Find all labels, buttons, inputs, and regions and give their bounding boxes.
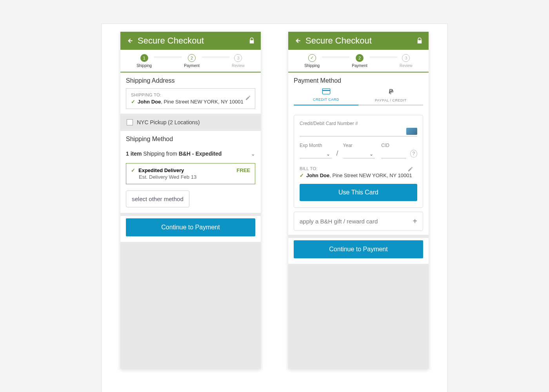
slash-divider: / (334, 149, 341, 158)
shipping-summary-row[interactable]: 1 item Shipping from B&H - Expedited ⌄ (120, 147, 261, 161)
exp-month-label: Exp Month (300, 143, 332, 148)
step-review: 3 Review (229, 54, 247, 68)
step-label: Payment (184, 64, 199, 68)
section-title: Payment Method (288, 73, 429, 88)
step-number-icon: 3 (234, 54, 242, 62)
shipping-from-text: Shipping from (142, 151, 178, 157)
continue-section: Continue to Payment (120, 216, 261, 242)
exp-year-label: Year (343, 143, 375, 148)
canvas: Secure Checkout 1 Shipping 2 Payment 3 R… (101, 24, 448, 392)
step-label: Shipping (136, 64, 152, 68)
shipping-address-line: ✓ John Doe, Pine Street NEW YORK, NY 100… (131, 99, 250, 105)
shipping-address-section: Shipping Address SHIPPING TO: ✓ John Doe… (120, 73, 261, 114)
bill-name: John Doe (306, 172, 329, 178)
svg-rect-1 (322, 90, 330, 91)
section-title: Shipping Method (120, 131, 261, 147)
shipping-option-selected[interactable]: ✓ Expedited Delivery FREE Est. Delivery … (126, 163, 255, 184)
card-number-input[interactable] (300, 126, 417, 136)
cid-help-icon[interactable]: ? (410, 150, 417, 158)
tab-label: PAYPAL / CREDIT (375, 98, 407, 102)
card-number-label: Credit/Debit Card Number # (300, 121, 417, 126)
bill-to-address-line: ✓ John Doe, Pine Street NEW YORK, NY 100… (300, 172, 417, 178)
step-number-icon: 3 (402, 54, 410, 62)
credit-card-icon (322, 88, 331, 96)
step-connector (367, 57, 402, 57)
lock-icon (416, 37, 423, 44)
shipping-option-price: FREE (236, 167, 250, 173)
progress-steps: ✓ Shipping 2 Payment 3 Review (288, 50, 429, 73)
card-brand-icon (406, 128, 417, 135)
use-this-card-button[interactable]: Use This Card (300, 184, 417, 201)
gift-card-label: apply a B&H gift / reward card (300, 218, 378, 225)
divider (120, 213, 261, 216)
step-number-icon: 2 (188, 54, 196, 62)
nyc-pickup-option[interactable]: NYC Pickup (2 Locations) (120, 114, 261, 131)
step-label: Review (400, 64, 413, 68)
credit-card-form: Credit/Debit Card Number # Exp Month ⌄ /… (294, 115, 423, 208)
header-title: Secure Checkout (138, 36, 248, 46)
shipping-option-estimate: Est. Delivery Wed Feb 13 (139, 174, 250, 180)
step-number-icon: 1 (140, 54, 148, 62)
item-count: 1 item (126, 151, 142, 157)
lock-icon (248, 37, 255, 44)
checkout-shipping-screen: Secure Checkout 1 Shipping 2 Payment 3 R… (120, 32, 261, 369)
progress-steps: 1 Shipping 2 Payment 3 Review (120, 50, 261, 73)
svg-rect-0 (322, 89, 330, 94)
app-header: Secure Checkout (288, 32, 429, 50)
payment-method-section: Payment Method CREDIT CARD PAYPAL / CRED… (288, 73, 429, 235)
bill-to-label: BILL TO: (300, 166, 417, 171)
step-shipping[interactable]: 1 Shipping (134, 54, 154, 68)
step-complete-icon: ✓ (308, 54, 316, 62)
cid-label: CID (381, 143, 406, 148)
checkout-payment-screen: Secure Checkout ✓ Shipping 2 Payment 3 R… (288, 32, 429, 369)
edit-address-icon[interactable] (245, 95, 251, 102)
shipping-option-title: Expedited Delivery (138, 167, 184, 173)
step-connector (199, 57, 234, 57)
checkmark-icon: ✓ (131, 99, 135, 105)
recipient-name: John Doe (138, 99, 161, 105)
divider (288, 235, 429, 238)
app-header: Secure Checkout (120, 32, 261, 50)
apply-gift-card-row[interactable]: apply a B&H gift / reward card + (294, 212, 423, 231)
step-payment[interactable]: 2 Payment (349, 54, 369, 68)
tab-paypal[interactable]: PAYPAL / CREDIT (358, 88, 423, 105)
exp-year-select[interactable] (343, 148, 375, 158)
step-label: Review (232, 64, 245, 68)
step-payment[interactable]: 2 Payment (182, 54, 202, 68)
continue-to-payment-button[interactable]: Continue to Payment (126, 218, 255, 236)
carrier-name: B&H - Expedited (179, 151, 222, 157)
checkmark-icon: ✓ (300, 172, 304, 178)
continue-to-payment-button[interactable]: Continue to Payment (294, 240, 423, 258)
step-review: 3 Review (397, 54, 415, 68)
continue-section: Continue to Payment (288, 238, 429, 264)
step-label: Payment (352, 64, 367, 68)
pickup-label: NYC Pickup (2 Locations) (137, 119, 200, 125)
cid-input[interactable] (381, 148, 406, 158)
header-title: Secure Checkout (305, 36, 416, 46)
select-other-method-button[interactable]: select other method (126, 191, 189, 207)
bill-to-card[interactable]: BILL TO: ✓ John Doe, Pine Street NEW YOR… (300, 166, 417, 178)
edit-billing-icon[interactable] (407, 166, 413, 174)
section-title: Shipping Address (120, 73, 261, 88)
bill-address: , Pine Street NEW YORK, NY 10001 (329, 172, 412, 178)
recipient-address: , Pine Street NEW YORK, NY 10001 (161, 99, 244, 105)
tab-label: CREDIT CARD (313, 98, 339, 102)
checkmark-icon: ✓ (131, 167, 135, 173)
shipping-to-label: SHIPPING TO: (131, 93, 250, 97)
back-arrow-icon[interactable] (126, 37, 134, 45)
shipping-address-card[interactable]: SHIPPING TO: ✓ John Doe, Pine Street NEW… (126, 88, 255, 109)
paypal-icon (387, 88, 394, 97)
payment-tabs: CREDIT CARD PAYPAL / CREDIT (294, 88, 423, 105)
tab-credit-card[interactable]: CREDIT CARD (294, 88, 358, 105)
plus-icon: + (413, 217, 417, 226)
shipping-method-section: Shipping Method 1 item Shipping from B&H… (120, 131, 261, 213)
checkbox-icon[interactable] (127, 119, 133, 125)
step-shipping[interactable]: ✓ Shipping (302, 54, 322, 68)
step-number-icon: 2 (356, 54, 364, 62)
step-label: Shipping (304, 64, 320, 68)
chevron-down-icon: ⌄ (251, 151, 255, 157)
back-arrow-icon[interactable] (294, 37, 302, 45)
exp-month-select[interactable] (300, 148, 332, 158)
